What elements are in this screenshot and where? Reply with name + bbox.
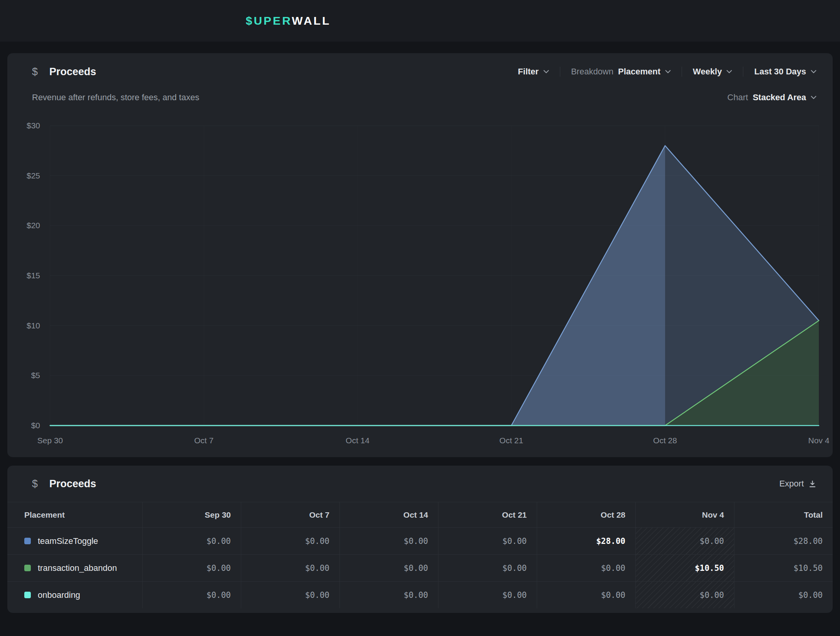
chart-type-dropdown[interactable]: Chart Stacked Area: [727, 93, 816, 103]
placement-name-cell: onboarding: [7, 582, 142, 608]
value-cell: $0.00: [438, 528, 537, 554]
value-cell: $0.00: [142, 555, 241, 581]
value-cell: $0.00: [635, 528, 734, 554]
value-cell: $0.00: [438, 582, 537, 608]
date-range-dropdown[interactable]: Last 30 Days: [743, 67, 816, 77]
dollar-icon: $: [32, 478, 38, 490]
chart-card-header: $ Proceeds Filter Breakdown Placement We…: [7, 53, 833, 90]
value-cell: $28.00: [537, 528, 635, 554]
chart-area: $0$5$10$15$20$25$30Sep 30Oct 7Oct 14Oct …: [7, 103, 833, 453]
proceeds-stacked-area-chart: $0$5$10$15$20$25$30Sep 30Oct 7Oct 14Oct …: [7, 109, 833, 452]
column-header: Nov 4: [635, 502, 734, 527]
placement-name-cell: transaction_abandon: [7, 555, 142, 581]
logo-prefix: $UPER: [246, 14, 292, 27]
chevron-down-icon: [726, 70, 732, 74]
series-color-swatch: [24, 592, 31, 598]
svg-text:$15: $15: [27, 271, 40, 280]
filter-dropdown[interactable]: Filter: [507, 67, 560, 77]
chart-type-label: Chart: [727, 93, 748, 103]
column-header: Sep 30: [142, 502, 241, 527]
value-cell: $0.00: [241, 528, 339, 554]
column-header: Placement: [7, 502, 142, 527]
top-bar: $UPERWALL: [0, 0, 840, 42]
value-cell: $0.00: [537, 555, 635, 581]
table-header-row: PlacementSep 30Oct 7Oct 14Oct 21Oct 28No…: [7, 502, 833, 527]
filter-label: Filter: [518, 67, 539, 77]
svg-text:Oct 21: Oct 21: [499, 436, 523, 445]
series-color-swatch: [24, 565, 31, 571]
svg-text:$0: $0: [31, 421, 40, 430]
value-cell: $0.00: [537, 582, 635, 608]
svg-text:$25: $25: [27, 171, 40, 180]
value-cell: $0.00: [241, 555, 339, 581]
column-header: Oct 7: [241, 502, 339, 527]
value-cell: $0.00: [438, 555, 537, 581]
table-row: onboarding$0.00$0.00$0.00$0.00$0.00$0.00…: [7, 581, 833, 608]
app-logo: $UPERWALL: [246, 14, 331, 27]
export-label: Export: [779, 479, 804, 489]
value-cell: $0.00: [142, 582, 241, 608]
interval-value: Weekly: [693, 67, 722, 77]
date-range-value: Last 30 Days: [754, 67, 806, 77]
proceeds-table-card: $ Proceeds Export PlacementSep 30Oct 7Oc…: [7, 466, 833, 613]
chart-subtitle: Revenue after refunds, store fees, and t…: [32, 93, 199, 103]
proceeds-chart-card: $ Proceeds Filter Breakdown Placement We…: [7, 53, 833, 457]
series-color-swatch: [24, 538, 31, 544]
total-cell: $0.00: [734, 582, 833, 608]
value-cell: $0.00: [339, 582, 438, 608]
chart-type-value: Stacked Area: [753, 93, 806, 103]
placement-name: transaction_abandon: [38, 563, 117, 573]
dollar-icon: $: [32, 66, 38, 78]
table-title: Proceeds: [49, 478, 96, 490]
breakdown-value: Placement: [618, 67, 660, 77]
chevron-down-icon: [543, 70, 549, 74]
proceeds-table: PlacementSep 30Oct 7Oct 14Oct 21Oct 28No…: [7, 502, 833, 608]
svg-text:Oct 14: Oct 14: [346, 436, 370, 445]
value-cell: $0.00: [339, 555, 438, 581]
column-header: Oct 21: [438, 502, 537, 527]
svg-text:$30: $30: [27, 121, 40, 130]
value-cell: $10.50: [635, 555, 734, 581]
chevron-down-icon: [665, 70, 671, 74]
table-card-header: $ Proceeds Export: [7, 466, 833, 502]
table-body: teamSizeToggle$0.00$0.00$0.00$0.00$28.00…: [7, 527, 833, 608]
breakdown-dropdown[interactable]: Breakdown Placement: [560, 67, 682, 77]
value-cell: $0.00: [635, 582, 734, 608]
chart-subheader: Revenue after refunds, store fees, and t…: [7, 90, 833, 103]
svg-text:$5: $5: [31, 371, 40, 380]
svg-text:$10: $10: [27, 321, 40, 330]
column-header: Oct 28: [537, 502, 635, 527]
column-header: Oct 14: [339, 502, 438, 527]
svg-text:Oct 7: Oct 7: [194, 436, 213, 445]
placement-name: onboarding: [38, 590, 80, 600]
chart-controls: Filter Breakdown Placement Weekly Last 3…: [507, 67, 816, 77]
chevron-down-icon: [811, 70, 816, 74]
svg-text:Nov 4: Nov 4: [808, 436, 830, 445]
placement-name-cell: teamSizeToggle: [7, 528, 142, 554]
download-icon: [808, 480, 816, 488]
table-row: transaction_abandon$0.00$0.00$0.00$0.00$…: [7, 554, 833, 581]
value-cell: $0.00: [339, 528, 438, 554]
svg-text:Sep 30: Sep 30: [37, 436, 63, 445]
value-cell: $0.00: [241, 582, 339, 608]
table-row: teamSizeToggle$0.00$0.00$0.00$0.00$28.00…: [7, 527, 833, 554]
total-cell: $10.50: [734, 555, 833, 581]
logo-suffix: WALL: [292, 14, 331, 27]
column-header: Total: [734, 502, 833, 527]
svg-text:$20: $20: [27, 221, 40, 230]
placement-name: teamSizeToggle: [38, 536, 98, 546]
breakdown-label: Breakdown: [571, 67, 613, 77]
export-button[interactable]: Export: [779, 479, 816, 489]
value-cell: $0.00: [142, 528, 241, 554]
interval-dropdown[interactable]: Weekly: [682, 67, 743, 77]
svg-text:Oct 28: Oct 28: [653, 436, 677, 445]
total-cell: $28.00: [734, 528, 833, 554]
page-title: Proceeds: [49, 66, 96, 78]
chevron-down-icon: [811, 96, 816, 99]
